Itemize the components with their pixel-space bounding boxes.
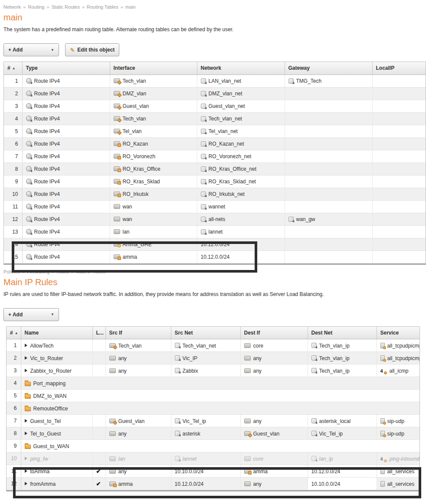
table-row[interactable]: 34Route IPv4Guest_vlan4Guest_vlan_net xyxy=(4,100,426,112)
column-header[interactable]: LocalIP xyxy=(372,62,426,75)
iface-icon xyxy=(109,368,116,373)
column-header[interactable]: Type xyxy=(22,62,110,75)
net4-icon: 4 xyxy=(201,229,206,234)
table-row[interactable]: 154Route IPv4amma10.12.0.0/24 xyxy=(4,250,426,263)
column-header[interactable]: L... xyxy=(92,327,105,339)
column-header[interactable]: Dest Net xyxy=(308,327,377,339)
cell-text: RO_Kras_Office_net xyxy=(209,166,257,172)
cell-rule-group-name: DMZ_to_WAN xyxy=(21,390,419,402)
breadcrumb-item[interactable]: Firewalling xyxy=(27,269,50,274)
table-row[interactable]: 124Route IPv4wan4all-nets4wan_gw xyxy=(4,213,426,225)
column-header[interactable]: #▲ xyxy=(7,327,21,339)
table-row[interactable]: 44Route IPv4Tech_vlan4Tech_vlan_net xyxy=(4,112,426,125)
column-header[interactable]: Name xyxy=(21,327,92,339)
column-header[interactable]: Gateway xyxy=(285,62,372,75)
add-button-label: + Add xyxy=(8,47,23,53)
table-row[interactable]: 64Route IPv4RO_Kazan4RO_Kazan_net xyxy=(4,137,426,150)
cell-row-number: 2 xyxy=(7,352,21,364)
breadcrumb-item[interactable]: Routing Tables xyxy=(87,4,118,10)
net4-icon: 4 xyxy=(311,418,317,423)
column-header[interactable]: Src Net xyxy=(171,327,240,339)
table-row[interactable]: 1AllowTechTech_vlan4Tech_vlan_netcore4Te… xyxy=(7,339,419,352)
table-row[interactable]: 144Route IPv4Amma_GRE10.12.0.0/24 xyxy=(4,238,426,250)
iface-lock-icon xyxy=(114,179,120,184)
cell-text: Route IPv4 xyxy=(34,78,60,84)
cell-text: Route IPv4 xyxy=(34,204,60,210)
cell-type: 4Route IPv4 xyxy=(22,75,110,87)
cell-type: 4Route IPv4 xyxy=(22,100,110,112)
iface-icon xyxy=(244,456,251,461)
cell-text: Guest_to_Tel xyxy=(30,418,61,424)
cell-text: Tech_vlan_ip xyxy=(319,342,350,348)
column-header[interactable]: Src If xyxy=(105,327,171,339)
breadcrumb-item[interactable]: main xyxy=(125,4,136,10)
table-row[interactable]: 4Port_mapping xyxy=(7,377,419,390)
cell-localip xyxy=(372,250,426,263)
column-header[interactable]: Network xyxy=(197,62,285,75)
table-row[interactable]: 14Route IPv4Tech_vlan4LAN_vlan_net4TMG_T… xyxy=(4,75,426,87)
edit-this-object-button[interactable]: ✎ Edit this object xyxy=(65,43,119,56)
table-row[interactable]: 6RemouteOffice xyxy=(7,402,419,415)
cell-text: DMZ_vlan xyxy=(123,91,147,97)
table-row[interactable]: 7Guest_to_TelGuest_vlan4Vic_Tel_ipany4as… xyxy=(7,415,419,427)
cell-text: 10.12.0.0/24 xyxy=(201,254,230,260)
cell-text: Tel_vlan xyxy=(123,128,142,134)
table-row[interactable]: 11toAmma✔any10.10.0.0/24amma10.12.0.0/24… xyxy=(7,465,419,478)
table-row[interactable]: 74Route IPv4RO_Voronezh4RO_Voronezh_net xyxy=(4,150,426,163)
cell-row-number: 8 xyxy=(7,427,21,440)
add-button[interactable]: + Add ▼ xyxy=(3,308,59,321)
cell-text: ping_fw xyxy=(30,455,48,462)
cell-text: Guest_to_WAN xyxy=(33,443,69,449)
table-row[interactable]: 10ping_fwlan4lannetcore4lan_ip4ping-inbo… xyxy=(7,452,419,465)
iface-lock-icon xyxy=(114,141,120,146)
breadcrumb-item[interactable]: Static Routes xyxy=(52,4,80,10)
add-button-label: + Add xyxy=(8,312,23,318)
table-row[interactable]: 134Route IPv4lan4lannet xyxy=(4,225,426,238)
cell-row-number: 3 xyxy=(4,100,22,112)
table-row[interactable]: 104Route IPv4RO_Irkutsk4RO_Irkutsk_net xyxy=(4,188,426,200)
route-ipv4-icon: 4 xyxy=(26,216,32,222)
table-row[interactable]: 84Route IPv4RO_Kras_Office4RO_Kras_Offic… xyxy=(4,163,426,175)
breadcrumb-item[interactable]: Routing xyxy=(28,4,44,10)
column-header[interactable]: Service xyxy=(377,327,419,339)
table-row[interactable]: 5DMZ_to_WAN xyxy=(7,390,419,402)
rules-page-title: Main IP Rules xyxy=(3,277,426,287)
iface-icon xyxy=(109,356,116,361)
table-row[interactable]: 94Route IPv4RO_Kras_Sklad4RO_Kras_Sklad_… xyxy=(4,175,426,188)
sort-asc-icon: ▲ xyxy=(15,331,18,335)
cell-text: Tech_vlan_ip xyxy=(319,367,350,374)
breadcrumb-item[interactable]: Policies xyxy=(3,269,20,274)
table-row[interactable]: 9Guest_to_WAN xyxy=(7,440,419,452)
table-row[interactable]: 8Tel_to_Guestany4asteriskGuest_vlan4Vic_… xyxy=(7,427,419,440)
cell-src-net: 4asterisk xyxy=(171,427,240,440)
folder-icon xyxy=(25,445,31,449)
table-row[interactable]: 24Route IPv4DMZ_vlan4DMZ_vlan_net xyxy=(4,87,426,100)
cell-text: Guest_vlan xyxy=(118,418,145,424)
iface-vlan-icon xyxy=(109,343,116,348)
rules-table: #▲NameL...Src IfSrc NetDest IfDest NetSe… xyxy=(7,327,419,491)
pencil-icon: ✎ xyxy=(70,47,75,53)
table-row[interactable]: 3Zabbix_to_Routerany4Zabbixany4Tech_vlan… xyxy=(7,364,419,377)
table-row[interactable]: 12fromAmma✔amma10.12.0.0/24any10.10.0.0/… xyxy=(7,478,419,490)
net4-icon: 4 xyxy=(201,192,206,197)
breadcrumb-item[interactable]: Rules xyxy=(57,269,69,274)
route-ipv4-icon: 4 xyxy=(26,78,32,84)
column-header[interactable]: Dest If xyxy=(240,327,308,339)
cell-row-number: 4 xyxy=(4,112,22,125)
column-header[interactable]: Interface xyxy=(110,62,197,75)
column-header[interactable]: #▲ xyxy=(4,62,22,75)
table-row[interactable]: 54Route IPv4Tel_vlan4Tel_vlan_net xyxy=(4,125,426,137)
cell-dest-net: 4Tech_vlan_ip xyxy=(308,364,377,377)
cell-text: RO_Voronezh_net xyxy=(209,153,252,159)
iface-vlan-icon xyxy=(114,91,120,96)
add-button[interactable]: + Add ▼ xyxy=(3,43,59,56)
breadcrumb-item[interactable]: Main IP Rules xyxy=(76,269,105,274)
breadcrumb-item[interactable]: Network xyxy=(3,4,21,10)
net4-icon: 4 xyxy=(175,343,180,348)
cell-localip xyxy=(372,100,426,112)
cell-gateway xyxy=(285,175,372,188)
iface-icon xyxy=(109,456,116,461)
table-row[interactable]: 114Route IPv4wan4wannet xyxy=(4,200,426,213)
cell-text: Route IPv4 xyxy=(34,241,60,247)
table-row[interactable]: 2Vic_to_Routerany4Vic_IPany4Tech_vlan_ip… xyxy=(7,352,419,364)
